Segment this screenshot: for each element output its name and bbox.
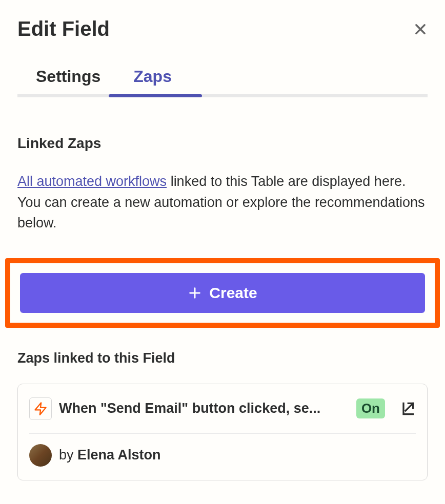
create-button-label: Create bbox=[209, 284, 257, 302]
create-highlight-box: Create bbox=[5, 258, 440, 328]
plus-icon bbox=[188, 286, 202, 300]
section-heading-linked-zaps: Linked Zaps bbox=[17, 135, 428, 152]
zap-icon-box bbox=[29, 397, 52, 420]
subsection-heading-field-zaps: Zaps linked to this Field bbox=[17, 350, 428, 366]
all-workflows-link[interactable]: All automated workflows bbox=[17, 174, 167, 189]
tab-underline-active bbox=[109, 94, 202, 97]
linked-zaps-description: All automated workflows linked to this T… bbox=[17, 171, 428, 234]
avatar bbox=[29, 444, 52, 467]
page-title: Edit Field bbox=[17, 17, 110, 40]
create-button[interactable]: Create bbox=[20, 273, 425, 313]
bolt-icon bbox=[33, 402, 48, 416]
svg-marker-4 bbox=[35, 403, 46, 414]
author-row: by Elena Alston bbox=[29, 433, 416, 480]
svg-line-5 bbox=[406, 403, 413, 411]
tab-settings[interactable]: Settings bbox=[36, 67, 100, 94]
status-badge: On bbox=[356, 398, 385, 418]
zap-row[interactable]: When "Send Email" button clicked, se... … bbox=[29, 384, 416, 433]
close-icon[interactable] bbox=[413, 22, 428, 36]
tab-underline bbox=[17, 94, 428, 97]
zap-title: When "Send Email" button clicked, se... bbox=[59, 401, 349, 416]
zap-card: When "Send Email" button clicked, se... … bbox=[17, 384, 428, 480]
open-external-icon[interactable] bbox=[399, 401, 416, 417]
author-text: by Elena Alston bbox=[59, 447, 161, 463]
tab-zaps[interactable]: Zaps bbox=[133, 67, 172, 94]
author-name: Elena Alston bbox=[77, 447, 161, 463]
author-prefix: by bbox=[59, 447, 77, 463]
